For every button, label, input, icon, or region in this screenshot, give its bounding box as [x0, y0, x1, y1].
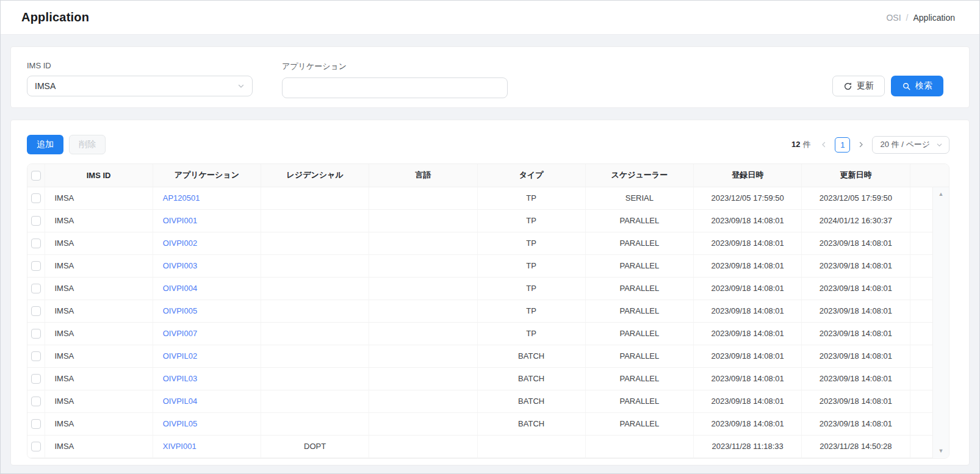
ims-cell: IMSA — [45, 187, 153, 209]
table-row: IMSAOIVPI002TPPARALLEL2023/09/18 14:08:0… — [27, 232, 949, 254]
toolbar-actions: 追加 削除 — [27, 135, 106, 154]
row-checkbox[interactable] — [31, 329, 41, 339]
table-row: IMSAAP120501TPSERIAL2023/12/05 17:59:502… — [27, 187, 949, 209]
chevron-down-icon — [237, 82, 245, 90]
application-link[interactable]: OIVPI002 — [163, 239, 197, 248]
applications-table: IMS IDアプリケーションレジデンシャル言語タイプスケジューラー登録日時更新日… — [27, 163, 949, 459]
breadcrumb-parent[interactable]: OSI — [886, 13, 901, 23]
application-input[interactable] — [282, 77, 508, 98]
row-checkbox[interactable] — [31, 306, 41, 316]
search-icon — [902, 82, 911, 91]
header-filler-cell — [910, 164, 949, 187]
row-checkbox[interactable] — [31, 442, 41, 451]
column-header: タイプ — [477, 164, 585, 187]
scheduler-cell: PARALLEL — [585, 322, 693, 345]
application-link[interactable]: OIVPI005 — [163, 306, 197, 315]
application-link[interactable]: AP120501 — [163, 193, 200, 203]
residential-cell — [261, 322, 369, 345]
residential-cell — [261, 209, 369, 232]
ims-id-filter-group: IMS ID IMSA — [27, 60, 253, 96]
table-toolbar: 追加 削除 12件 1 20 件 / ページ — [27, 135, 949, 154]
row-checkbox-cell — [27, 367, 45, 390]
application-link[interactable]: OIVPI004 — [163, 284, 197, 293]
application-cell: OIVPI002 — [153, 232, 261, 254]
ims-cell: IMSA — [45, 367, 153, 390]
scroll-up-icon[interactable]: ▲ — [939, 192, 944, 197]
row-checkbox[interactable] — [31, 397, 41, 406]
application-cell: OIVPIL02 — [153, 345, 261, 367]
page-size-select[interactable]: 20 件 / ページ — [872, 136, 949, 154]
row-checkbox[interactable] — [31, 193, 41, 203]
created-cell: 2023/12/05 17:59:50 — [694, 187, 802, 209]
application-link[interactable]: XIVPI001 — [163, 442, 196, 451]
column-header: アプリケーション — [153, 164, 261, 187]
type-cell: TP — [477, 209, 585, 232]
language-cell — [369, 277, 477, 300]
row-checkbox-cell — [27, 435, 45, 458]
updated-cell: 2023/09/18 14:08:01 — [802, 300, 910, 322]
type-cell: TP — [477, 232, 585, 254]
add-button[interactable]: 追加 — [27, 135, 63, 154]
ims-cell: IMSA — [45, 435, 153, 458]
refresh-button[interactable]: 更新 — [832, 76, 885, 96]
type-cell: TP — [477, 187, 585, 209]
type-cell: TP — [477, 300, 585, 322]
row-checkbox[interactable] — [31, 419, 41, 429]
ims-id-label: IMS ID — [27, 61, 253, 70]
ims-cell: IMSA — [45, 322, 153, 345]
application-link[interactable]: OIVPIL03 — [163, 374, 197, 383]
residential-cell — [261, 345, 369, 367]
row-checkbox[interactable] — [31, 374, 41, 384]
application-link[interactable]: OIVPIL05 — [163, 419, 197, 428]
type-cell: TP — [477, 277, 585, 300]
ims-cell: IMSA — [45, 277, 153, 300]
ims-cell: IMSA — [45, 345, 153, 367]
breadcrumb-current: Application — [913, 13, 956, 23]
ims-id-selected-value: IMSA — [35, 81, 56, 91]
ims-id-select[interactable]: IMSA — [27, 76, 253, 96]
language-cell — [369, 367, 477, 390]
language-cell — [369, 232, 477, 254]
scheduler-cell: PARALLEL — [585, 209, 693, 232]
created-cell: 2023/09/18 14:08:01 — [694, 322, 802, 345]
select-all-cell — [27, 164, 45, 187]
search-button[interactable]: 検索 — [891, 76, 943, 96]
row-checkbox[interactable] — [31, 239, 41, 248]
page-number-button[interactable]: 1 — [835, 137, 850, 153]
application-link[interactable]: OIVPI001 — [163, 216, 197, 225]
created-cell: 2023/09/18 14:08:01 — [694, 390, 802, 412]
row-checkbox[interactable] — [31, 261, 41, 271]
column-header: IMS ID — [45, 164, 153, 187]
ims-cell: IMSA — [45, 300, 153, 322]
type-cell: BATCH — [477, 412, 585, 435]
row-checkbox[interactable] — [31, 284, 41, 293]
application-link[interactable]: OIVPIL04 — [163, 397, 197, 406]
table-header-row: IMS IDアプリケーションレジデンシャル言語タイプスケジューラー登録日時更新日… — [27, 164, 949, 187]
prev-page-icon[interactable] — [820, 141, 827, 148]
residential-cell — [261, 232, 369, 254]
application-link[interactable]: OIVPIL02 — [163, 351, 197, 361]
table-row: IMSAOIVPI001TPPARALLEL2023/09/18 14:08:0… — [27, 209, 949, 232]
column-header: レジデンシャル — [261, 164, 369, 187]
row-checkbox[interactable] — [31, 216, 41, 226]
created-cell: 2023/09/18 14:08:01 — [694, 232, 802, 254]
total-count: 12件 — [791, 139, 810, 150]
select-all-checkbox[interactable] — [31, 171, 41, 181]
row-checkbox[interactable] — [31, 351, 41, 361]
scroll-down-icon[interactable]: ▼ — [939, 448, 944, 454]
row-checkbox-cell — [27, 232, 45, 254]
next-page-icon[interactable] — [857, 141, 865, 148]
language-cell — [369, 187, 477, 209]
table-scrollbar[interactable]: ▲ ▼ — [932, 187, 949, 458]
application-link[interactable]: OIVPI007 — [163, 329, 197, 338]
application-link[interactable]: OIVPI003 — [163, 261, 197, 270]
scheduler-cell: PARALLEL — [585, 390, 693, 412]
row-checkbox-cell — [27, 322, 45, 345]
created-cell: 2023/09/18 14:08:01 — [694, 254, 802, 277]
scheduler-cell: PARALLEL — [585, 254, 693, 277]
row-checkbox-cell — [27, 277, 45, 300]
application-cell: OIVPI001 — [153, 209, 261, 232]
updated-cell: 2024/01/12 16:30:37 — [802, 209, 910, 232]
application-cell: OIVPI005 — [153, 300, 261, 322]
residential-cell — [261, 412, 369, 435]
